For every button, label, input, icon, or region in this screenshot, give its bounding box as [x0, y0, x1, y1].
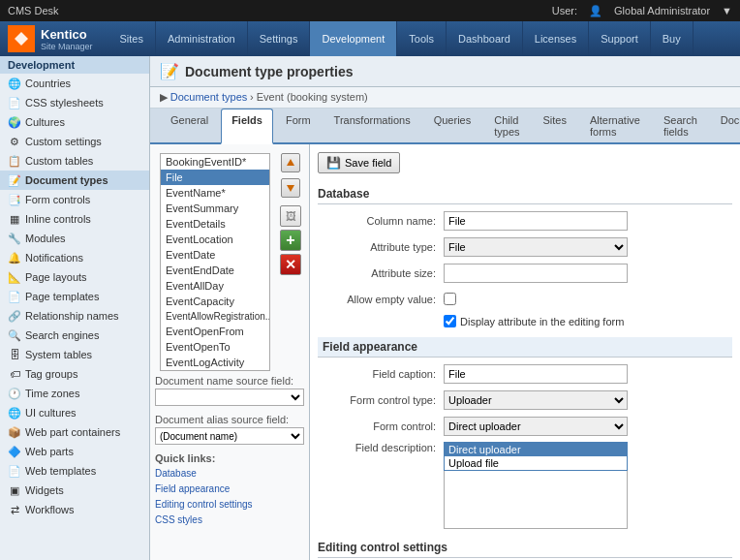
field-item[interactable]: EventDate	[161, 247, 269, 263]
sidebar-item-custom-settings[interactable]: ⚙ Custom settings	[0, 132, 149, 151]
field-item[interactable]: EventAllDay	[161, 278, 269, 294]
allow-empty-value	[444, 293, 732, 307]
modules-icon: 🔧	[8, 232, 21, 245]
tab-fields[interactable]: Fields	[221, 109, 273, 144]
sidebar-label: Widgets	[25, 484, 64, 496]
doctype-icon: 📝	[160, 62, 179, 80]
column-name-input[interactable]	[444, 211, 628, 231]
tab-documents[interactable]: Documents	[710, 109, 740, 142]
quick-link-database[interactable]: Database	[155, 466, 304, 482]
quick-link-field-appearance[interactable]: Field appearance	[155, 482, 304, 497]
save-field-button[interactable]: 💾 Save field	[318, 152, 400, 173]
notifications-icon: 🔔	[8, 251, 21, 264]
sidebar-item-notifications[interactable]: 🔔 Notifications	[0, 248, 149, 267]
tab-general[interactable]: General	[160, 109, 219, 142]
sidebar-item-document-types[interactable]: 📝 Document types	[0, 171, 149, 190]
sidebar-item-web-part-containers[interactable]: 📦 Web part containers	[0, 422, 149, 442]
display-attr-label: Display attribute in the editing form	[460, 316, 624, 327]
doc-alias-source-select[interactable]: (Document name)	[155, 427, 304, 445]
sidebar-item-form-controls[interactable]: 📑 Form controls	[0, 190, 149, 209]
field-item[interactable]: EventSummary	[161, 201, 269, 216]
column-name-row: Column name:	[318, 210, 732, 232]
logo-box	[8, 25, 35, 52]
tab-transformations[interactable]: Transformations	[324, 109, 421, 142]
sidebar-item-page-templates[interactable]: 📄 Page templates	[0, 287, 149, 306]
sidebar-item-ui-cultures[interactable]: 🌐 UI cultures	[0, 403, 149, 422]
tab-queries[interactable]: Queries	[423, 109, 482, 142]
down-arrow-icon	[286, 183, 295, 193]
nav-tools[interactable]: Tools	[397, 21, 447, 56]
allow-empty-checkbox[interactable]	[444, 293, 456, 305]
field-caption-value	[444, 364, 732, 384]
sidebar-item-widgets[interactable]: ▣ Widgets	[0, 481, 149, 500]
nav-development[interactable]: Development	[310, 21, 397, 56]
sidebar-item-search-engines[interactable]: 🔍 Search engines	[0, 326, 149, 345]
sidebar-item-custom-tables[interactable]: 📋 Custom tables	[0, 151, 149, 171]
display-attr-row: Display attribute in the editing form	[444, 315, 732, 327]
sidebar-item-modules[interactable]: 🔧 Modules	[0, 229, 149, 248]
form-control-select[interactable]: Direct uploader	[444, 417, 628, 436]
sidebar-item-time-zones[interactable]: 🕐 Time zones	[0, 384, 149, 403]
field-item[interactable]: EventOpenTo	[161, 339, 269, 355]
sidebar-item-countries[interactable]: 🌐 Countries	[0, 74, 149, 93]
display-attr-checkbox[interactable]	[444, 315, 456, 327]
sidebar-item-web-parts[interactable]: 🔷 Web parts	[0, 442, 149, 461]
nav-buy[interactable]: Buy	[651, 21, 694, 56]
field-item[interactable]: BookingEventID*	[161, 154, 269, 170]
field-description-label: Field description:	[318, 442, 444, 453]
tag-icon: 🏷	[8, 367, 21, 381]
nav-dashboard[interactable]: Dashboard	[447, 21, 523, 56]
doc-name-source-select[interactable]	[155, 389, 304, 406]
top-bar: CMS Desk User: 👤 Global Administrator ▼	[0, 0, 740, 21]
sidebar-item-cultures[interactable]: 🌍 Cultures	[0, 112, 149, 132]
attribute-size-row: Attribute size:	[318, 263, 732, 284]
sidebar-item-page-layouts[interactable]: 📐 Page layouts	[0, 267, 149, 287]
form-control-value: Direct uploader	[444, 417, 732, 436]
sidebar-item-workflows[interactable]: ⇄ Workflows	[0, 500, 149, 519]
quick-link-css[interactable]: CSS styles	[155, 513, 304, 528]
delete-button[interactable]: ✕	[280, 254, 301, 275]
dropdown-option-upload[interactable]: Upload file	[445, 456, 627, 470]
nav-licenses[interactable]: Licenses	[523, 21, 589, 56]
sidebar-item-css[interactable]: 📄 CSS stylesheets	[0, 93, 149, 112]
attribute-size-input[interactable]	[444, 264, 628, 283]
nav-support[interactable]: Support	[589, 21, 651, 56]
nav-settings[interactable]: Settings	[248, 21, 311, 56]
attribute-type-select[interactable]: File	[444, 237, 628, 257]
tab-sites[interactable]: Sites	[533, 109, 577, 142]
sidebar-item-tag-groups[interactable]: 🏷 Tag groups	[0, 364, 149, 384]
quick-link-editing-control[interactable]: Editing control settings	[155, 497, 304, 513]
sidebar-label: Tag groups	[25, 368, 77, 380]
image-icon-btn[interactable]: 🖼	[280, 205, 301, 227]
sidebar-item-inline-controls[interactable]: ▦ Inline controls	[0, 209, 149, 229]
svg-marker-0	[15, 32, 28, 46]
field-item[interactable]: EventAllowRegistration...	[161, 309, 269, 324]
sidebar-item-system-tables[interactable]: 🗄 System tables	[0, 345, 149, 364]
sidebar-item-web-templates[interactable]: 📄 Web templates	[0, 461, 149, 481]
user-dropdown-arrow[interactable]: ▼	[722, 5, 732, 16]
field-caption-input[interactable]	[444, 364, 628, 384]
move-down-button[interactable]	[281, 178, 300, 198]
field-item[interactable]: EventDetails	[161, 216, 269, 232]
add-button[interactable]: +	[280, 230, 301, 251]
tab-alternative-forms[interactable]: Alternative forms	[579, 109, 651, 142]
field-item[interactable]: EventLocation	[161, 232, 269, 247]
content-area: 📝 Document type properties ▶ Document ty…	[150, 56, 740, 560]
nav-administration[interactable]: Administration	[156, 21, 248, 56]
move-up-button[interactable]	[281, 153, 300, 172]
field-item[interactable]: EventOpenFrom	[161, 324, 269, 339]
tab-form[interactable]: Form	[275, 109, 322, 142]
tab-search-fields[interactable]: Search fields	[653, 109, 708, 142]
field-item[interactable]: EventCapacity	[161, 294, 269, 309]
field-item[interactable]: EventName*	[161, 185, 269, 201]
tab-child-types[interactable]: Child types	[483, 109, 530, 142]
field-item[interactable]: EventEndDate	[161, 263, 269, 278]
field-description-textarea[interactable]	[444, 471, 628, 529]
field-item[interactable]: EventLogActivity	[161, 355, 269, 370]
field-item-selected[interactable]: File	[161, 170, 269, 185]
control-type-select[interactable]: Uploader	[444, 390, 628, 410]
sidebar-item-relationship-names[interactable]: 🔗 Relationship names	[0, 306, 149, 326]
nav-sites[interactable]: Sites	[108, 21, 156, 56]
dropdown-option-direct[interactable]: Direct uploader	[445, 443, 627, 456]
breadcrumb-link-doctypes[interactable]: Document types	[170, 91, 247, 103]
